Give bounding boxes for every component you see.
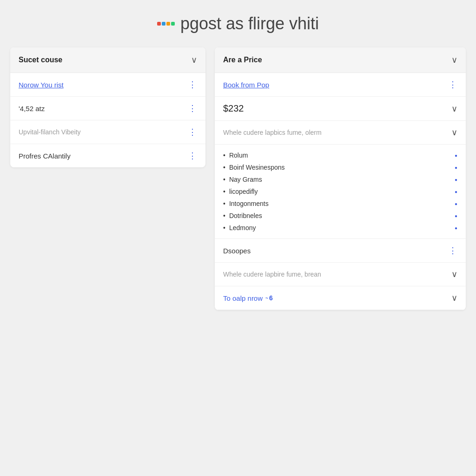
item-dots-icon[interactable]: ⋮ bbox=[188, 103, 197, 113]
book-from-pop-link[interactable]: Book from Pop bbox=[223, 81, 269, 89]
bullet-text-nay: •Nay Grams bbox=[223, 176, 262, 183]
price-chevron[interactable]: ∨ bbox=[451, 104, 457, 114]
title-icon bbox=[157, 22, 175, 26]
bullet-text-dotr: •Dotribneles bbox=[223, 212, 262, 219]
dsoopes-dots[interactable]: ⋮ bbox=[449, 245, 457, 256]
bullet-action-icon[interactable]: ● bbox=[455, 165, 457, 170]
dropdown-item-2: Whele cudere lapbire fume, brean ∨ bbox=[215, 263, 466, 286]
bullet-item: •Nay Grams ● bbox=[223, 173, 457, 185]
item-norow[interactable]: Norow You rist bbox=[19, 81, 64, 89]
to-oalp-label[interactable]: To oalp nrow bbox=[223, 294, 263, 302]
bullet-text-boinf: •Boinf Wesinespons bbox=[223, 164, 285, 171]
bullet-action-icon[interactable]: ● bbox=[455, 225, 457, 231]
right-column: Are a Price ∨ Book from Pop ⋮ $232 ∨ Whe… bbox=[215, 47, 466, 310]
bullet-action-icon[interactable]: ● bbox=[455, 189, 457, 194]
left-header-chevron[interactable]: ∨ bbox=[191, 55, 197, 65]
left-column: Sucet couse ∨ Norow You rist ⋮ '4,52 atz… bbox=[10, 47, 205, 167]
bullet-action-icon[interactable]: ● bbox=[455, 201, 457, 206]
price-value: $232 bbox=[223, 103, 244, 114]
bullet-list: •Rolum ● •Boinf Wesinespons ● •Nay Grams… bbox=[215, 145, 466, 239]
item-dots-icon[interactable]: ⋮ bbox=[188, 127, 197, 137]
bullet-item: •Dotribneles ● bbox=[223, 210, 457, 222]
price-item: $232 ∨ bbox=[215, 97, 466, 121]
bullet-action-icon[interactable]: ● bbox=[455, 213, 457, 218]
bullet-action-icon[interactable]: ● bbox=[455, 177, 457, 182]
list-item: Profres CAlantily ⋮ bbox=[10, 144, 205, 167]
left-column-header: Sucet couse ∨ bbox=[10, 47, 205, 73]
list-item: Upvital-filanch Vibeity ⋮ bbox=[10, 120, 205, 144]
item-dots-icon[interactable]: ⋮ bbox=[188, 151, 197, 161]
bullet-text-ledm: •Ledmony bbox=[223, 224, 256, 231]
bullet-item: •Rolum ● bbox=[223, 149, 457, 161]
bullet-text-into: •Intogonments bbox=[223, 200, 269, 207]
bullet-text-rolum: •Rolum bbox=[223, 152, 248, 159]
book-from-pop-dots[interactable]: ⋮ bbox=[449, 79, 457, 90]
book-from-pop-item: Book from Pop ⋮ bbox=[215, 73, 466, 97]
right-header-title: Are a Price bbox=[223, 56, 262, 64]
dsoopes-label: Dsoopes bbox=[223, 247, 251, 255]
dsoopes-item: Dsoopes ⋮ bbox=[215, 239, 466, 263]
right-header-chevron[interactable]: ∨ bbox=[451, 55, 457, 65]
list-item: '4,52 atz ⋮ bbox=[10, 97, 205, 120]
columns-wrapper: Sucet couse ∨ Norow You rist ⋮ '4,52 atz… bbox=[10, 47, 466, 310]
dropdown-chevron-1[interactable]: ∨ bbox=[451, 127, 457, 138]
dropdown-item-1: Whele cudere lapbics fume, olerm ∨ bbox=[215, 121, 466, 145]
page-title: pgost as flirge vhiti bbox=[157, 14, 319, 33]
to-oalp-label-group: To oalp nrow ~6 bbox=[223, 294, 273, 302]
dropdown-label-1: Whele cudere lapbics fume, olerm bbox=[223, 129, 322, 136]
bullet-item: •Boinf Wesinespons ● bbox=[223, 161, 457, 173]
dropdown-label-2: Whele cudere lapbire fume, brean bbox=[223, 271, 321, 278]
item-upvital: Upvital-filanch Vibeity bbox=[19, 128, 81, 136]
bullet-text-lico: •licopedifly bbox=[223, 188, 258, 195]
to-oalp-item: To oalp nrow ~6 ∨ bbox=[215, 286, 466, 310]
to-oalp-chevron[interactable]: ∨ bbox=[451, 293, 457, 303]
bullet-item: •Intogonments ● bbox=[223, 198, 457, 210]
dropdown-chevron-2[interactable]: ∨ bbox=[451, 269, 457, 279]
to-oalp-badge: ~6 bbox=[265, 294, 273, 302]
right-column-header: Are a Price ∨ bbox=[215, 47, 466, 73]
item-dots-icon[interactable]: ⋮ bbox=[188, 79, 197, 90]
item-profres: Profres CAlantily bbox=[19, 152, 71, 160]
left-header-title: Sucet couse bbox=[19, 56, 62, 64]
bullet-item: •licopedifly ● bbox=[223, 185, 457, 198]
list-item: Norow You rist ⋮ bbox=[10, 73, 205, 97]
bullet-action-icon[interactable]: ● bbox=[455, 153, 457, 158]
bullet-item: •Ledmony ● bbox=[223, 222, 457, 234]
item-atz: '4,52 atz bbox=[19, 105, 45, 112]
